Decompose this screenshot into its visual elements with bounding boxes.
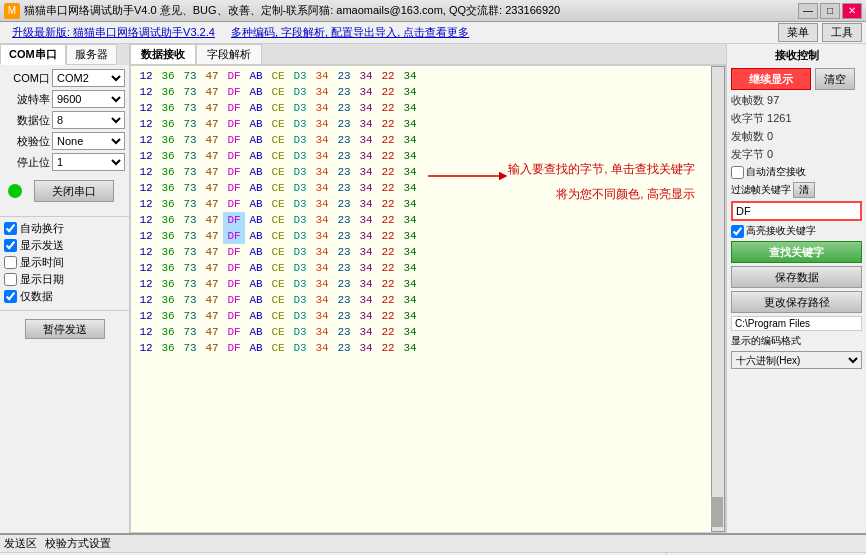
- hex-byte: 36: [157, 164, 179, 180]
- close-button[interactable]: ✕: [842, 3, 862, 19]
- minimize-button[interactable]: —: [798, 3, 818, 19]
- checkbox-4[interactable]: [4, 290, 17, 303]
- menu-button[interactable]: 菜单: [778, 23, 818, 42]
- hex-byte: 22: [377, 276, 399, 292]
- hex-byte: 73: [179, 84, 201, 100]
- hex-byte: 36: [157, 132, 179, 148]
- hex-byte: 12: [135, 84, 157, 100]
- hex-byte: 36: [157, 100, 179, 116]
- separator2: [0, 310, 129, 311]
- hex-byte: AB: [245, 84, 267, 100]
- hex-byte: 36: [157, 308, 179, 324]
- hex-byte: 34: [399, 276, 421, 292]
- hex-byte: 34: [311, 148, 333, 164]
- stop-bits-select[interactable]: 1: [52, 153, 125, 171]
- highlight-checkbox[interactable]: [731, 225, 744, 238]
- hex-byte: 22: [377, 148, 399, 164]
- hex-byte: DF: [223, 260, 245, 276]
- recv-control-title: 接收控制: [731, 48, 862, 63]
- maximize-button[interactable]: □: [820, 3, 840, 19]
- encode-label: 显示的编码格式: [731, 334, 862, 348]
- encode-link[interactable]: 多种编码, 字段解析, 配置导出导入, 点击查看更多: [231, 25, 469, 40]
- com-select[interactable]: COM2: [52, 69, 125, 87]
- recv-count-label: 收帧数 97: [731, 93, 779, 108]
- hex-byte: 34: [311, 100, 333, 116]
- checkbox-2[interactable]: [4, 256, 17, 269]
- hex-byte: 12: [135, 324, 157, 340]
- change-path-button[interactable]: 更改保存路径: [731, 291, 862, 313]
- clear-recv-button[interactable]: 清空: [815, 68, 855, 90]
- hex-byte: 22: [377, 308, 399, 324]
- hex-byte: AB: [245, 340, 267, 356]
- options-checkboxes: 自动换行显示发送显示时间显示日期仅数据: [0, 221, 129, 306]
- hex-byte: CE: [267, 84, 289, 100]
- checkbox-0[interactable]: [4, 222, 17, 235]
- checkbox-3[interactable]: [4, 273, 17, 286]
- auto-clear-checkbox[interactable]: [731, 166, 744, 179]
- clear-key-label: 过滤帧关键字: [731, 183, 791, 197]
- continue-display-button[interactable]: 继续显示: [731, 68, 811, 90]
- hex-byte: 23: [333, 132, 355, 148]
- data-bits-label: 数据位: [4, 113, 50, 128]
- hex-byte: 34: [311, 180, 333, 196]
- search-keyword-button[interactable]: 查找关键字: [731, 241, 862, 263]
- hex-byte: 47: [201, 164, 223, 180]
- hex-row: 12367347DFABCED33423342234: [135, 196, 721, 212]
- tool-button[interactable]: 工具: [822, 23, 862, 42]
- hex-byte: 34: [311, 308, 333, 324]
- parity-select[interactable]: None: [52, 132, 125, 150]
- hex-byte: D3: [289, 340, 311, 356]
- hex-byte: 73: [179, 292, 201, 308]
- tab-data-recv[interactable]: 数据接收: [130, 44, 196, 64]
- stop-send-button[interactable]: 暂停发送: [25, 319, 105, 339]
- hex-byte: AB: [245, 308, 267, 324]
- hex-byte: CE: [267, 148, 289, 164]
- baud-row: 波特率 9600: [4, 90, 125, 108]
- hex-byte: 12: [135, 164, 157, 180]
- hex-row: 12367347DFABCED33423342234: [135, 148, 721, 164]
- hex-byte: 47: [201, 148, 223, 164]
- hex-byte: 47: [201, 276, 223, 292]
- clear-key-button[interactable]: 清: [793, 182, 815, 198]
- hex-byte: 73: [179, 196, 201, 212]
- hex-byte: DF: [223, 292, 245, 308]
- data-display[interactable]: 12367347DFABCED3342334223412367347DFABCE…: [130, 65, 726, 533]
- parity-row: 校验位 None: [4, 132, 125, 150]
- hex-byte: CE: [267, 132, 289, 148]
- close-port-button[interactable]: 关闭串口: [34, 180, 114, 202]
- baud-select[interactable]: 9600: [52, 90, 125, 108]
- save-data-button[interactable]: 保存数据: [731, 266, 862, 288]
- hex-byte: 36: [157, 292, 179, 308]
- hex-byte: 36: [157, 260, 179, 276]
- tab-com[interactable]: COM串口: [0, 44, 66, 65]
- hex-byte: 34: [311, 196, 333, 212]
- option-checkbox-row: 显示日期: [0, 272, 129, 287]
- hex-byte: 34: [355, 180, 377, 196]
- keyword-input[interactable]: [731, 201, 862, 221]
- hex-byte: D3: [289, 292, 311, 308]
- hex-byte: 36: [157, 276, 179, 292]
- scrollbar-track[interactable]: [711, 66, 725, 532]
- hex-byte: DF: [223, 212, 245, 228]
- hex-byte: CE: [267, 212, 289, 228]
- hex-byte: 12: [135, 292, 157, 308]
- tab-server[interactable]: 服务器: [66, 44, 117, 65]
- hex-byte: DF: [223, 244, 245, 260]
- hex-byte: 34: [355, 84, 377, 100]
- hex-byte: 34: [311, 68, 333, 84]
- hex-byte: D3: [289, 180, 311, 196]
- data-bits-select[interactable]: 8: [52, 111, 125, 129]
- auto-clear-check-row: 自动清空接收: [731, 165, 862, 179]
- encode-select[interactable]: 十六进制(Hex): [731, 351, 862, 369]
- scrollbar-thumb[interactable]: [711, 497, 723, 527]
- tab-field-parse[interactable]: 字段解析: [196, 44, 262, 64]
- com-row: COM口 COM2: [4, 69, 125, 87]
- hex-byte: 12: [135, 228, 157, 244]
- com-label: COM口: [4, 71, 50, 86]
- hex-byte: 73: [179, 276, 201, 292]
- hex-byte: 12: [135, 180, 157, 196]
- hex-byte: 12: [135, 68, 157, 84]
- checkbox-1[interactable]: [4, 239, 17, 252]
- hex-byte: D3: [289, 148, 311, 164]
- upgrade-link[interactable]: 升级最新版: 猫猫串口网络调试助手V3.2.4: [12, 25, 215, 40]
